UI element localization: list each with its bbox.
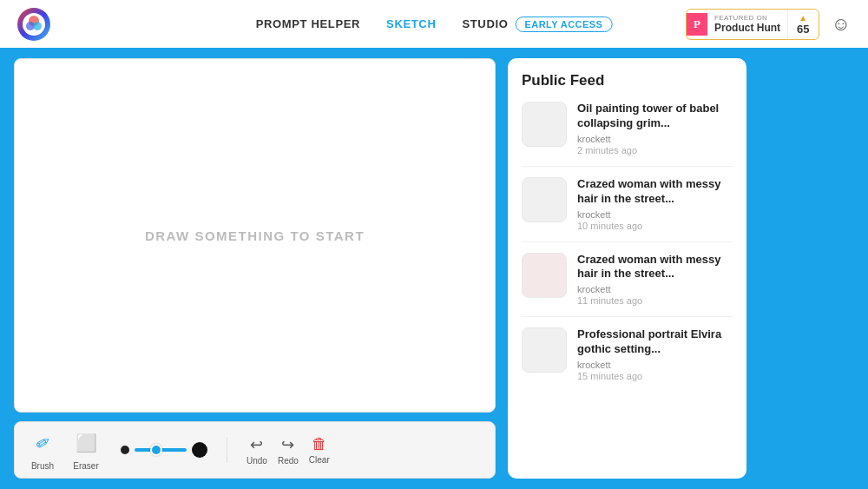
feed-time-3: 15 minutes ago (577, 371, 733, 381)
feed-item-1[interactable]: Crazed woman with messy hair in the stre… (522, 177, 733, 231)
feed-item-title-3: Professional portrait Elvira gothic sett… (577, 327, 733, 357)
feed-thumb-0 (522, 102, 567, 147)
ph-p-letter: P (694, 17, 700, 31)
feed-divider-2 (522, 316, 733, 317)
header: PROMPT HELPER SKETCH STUDIO EARLY ACCESS… (0, 0, 868, 48)
size-slider-group (121, 442, 207, 458)
left-panel: DRAW SOMETHING TO START ✏ Brush ⬜ Eraser (14, 58, 496, 479)
logo-icon (17, 8, 50, 41)
undo-button[interactable]: ↩ Undo (247, 435, 267, 466)
eraser-tool[interactable]: ⬜ Eraser (72, 429, 100, 471)
user-icon[interactable]: ☺ (832, 13, 851, 36)
redo-label: Redo (278, 456, 299, 466)
public-feed-card: Public Feed Oil painting tower of babel … (508, 58, 746, 479)
product-hunt-button[interactable]: P FEATURED ON Product Hunt ▲ 65 (686, 9, 819, 40)
nav-studio-group: STUDIO EARLY ACCESS (462, 17, 612, 32)
brush-label: Brush (31, 461, 54, 471)
redo-icon: ↪ (281, 435, 294, 454)
feed-author-0: krockett (577, 134, 733, 144)
drawing-canvas[interactable]: DRAW SOMETHING TO START (14, 58, 496, 413)
main-content: DRAW SOMETHING TO START ✏ Brush ⬜ Eraser (0, 48, 868, 489)
size-slider-track[interactable] (135, 448, 187, 452)
feed-time-2: 11 minutes ago (577, 295, 733, 306)
ph-count-area: ▲ 65 (787, 10, 818, 39)
feed-title: Public Feed (522, 72, 733, 89)
ph-text: FEATURED ON Product Hunt (707, 11, 787, 36)
feed-item-title-2: Crazed woman with messy hair in the stre… (577, 253, 733, 282)
feed-divider-0 (522, 166, 733, 167)
undo-icon: ↩ (250, 435, 263, 454)
early-access-badge[interactable]: EARLY ACCESS (515, 17, 612, 32)
feed-time-0: 2 minutes ago (577, 145, 733, 155)
size-large-dot (192, 442, 207, 458)
drawing-toolbar: ✏ Brush ⬜ Eraser ↩ (14, 421, 496, 479)
brush-tool[interactable]: ✏ Brush (29, 429, 56, 471)
feed-thumb-3 (522, 327, 567, 373)
undo-label: Undo (247, 456, 267, 466)
size-small-dot (121, 446, 129, 454)
feed-info-2: Crazed woman with messy hair in the stre… (577, 253, 733, 307)
toolbar-divider (227, 437, 227, 463)
feed-info-3: Professional portrait Elvira gothic sett… (577, 327, 733, 381)
feed-item-title-1: Crazed woman with messy hair in the stre… (577, 177, 733, 207)
feed-info-1: Crazed woman with messy hair in the stre… (577, 177, 733, 231)
logo-area[interactable] (17, 8, 50, 41)
feed-item-3[interactable]: Professional portrait Elvira gothic sett… (522, 327, 733, 381)
canvas-placeholder-text: DRAW SOMETHING TO START (145, 228, 365, 243)
redo-button[interactable]: ↪ Redo (278, 435, 299, 466)
size-slider-thumb[interactable] (150, 444, 162, 456)
feed-item-2[interactable]: Crazed woman with messy hair in the stre… (522, 253, 733, 307)
eraser-icon: ⬜ (76, 433, 97, 453)
feed-author-3: krockett (577, 360, 733, 370)
brush-icon-wrap: ✏ (29, 429, 56, 457)
ph-vote-count: 65 (797, 23, 809, 36)
clear-icon: 🗑 (312, 435, 327, 453)
ph-logo: P (687, 13, 707, 36)
feed-author-2: krockett (577, 284, 733, 294)
feed-item-0[interactable]: Oil painting tower of babel collapsing g… (522, 102, 733, 155)
clear-button[interactable]: 🗑 Clear (309, 435, 330, 465)
feed-divider-1 (522, 241, 733, 242)
nav-sketch[interactable]: SKETCH (386, 17, 436, 30)
ph-arrow-icon: ▲ (799, 13, 807, 23)
eraser-icon-wrap: ⬜ (72, 429, 100, 457)
svg-point-3 (33, 22, 42, 30)
feed-thumb-1 (522, 177, 567, 222)
clear-label: Clear (309, 455, 330, 465)
main-nav: PROMPT HELPER SKETCH STUDIO EARLY ACCESS (256, 17, 613, 32)
feed-list: Oil painting tower of babel collapsing g… (522, 102, 733, 381)
nav-studio[interactable]: STUDIO (462, 17, 508, 30)
feed-info-0: Oil painting tower of babel collapsing g… (577, 102, 733, 155)
brush-icon: ✏ (31, 430, 55, 455)
action-buttons-group: ↩ Undo ↪ Redo 🗑 Clear (247, 435, 330, 466)
eraser-label: Eraser (73, 461, 98, 471)
feed-thumb-2 (522, 253, 567, 298)
feed-time-1: 10 minutes ago (577, 221, 733, 231)
feed-author-1: krockett (577, 209, 733, 220)
right-panel: Public Feed Oil painting tower of babel … (508, 58, 746, 479)
nav-prompt-helper[interactable]: PROMPT HELPER (256, 17, 360, 30)
ph-featured-label: FEATURED ON (714, 14, 767, 22)
ph-product-label: Product Hunt (714, 22, 780, 34)
feed-item-title-0: Oil painting tower of babel collapsing g… (577, 102, 733, 131)
